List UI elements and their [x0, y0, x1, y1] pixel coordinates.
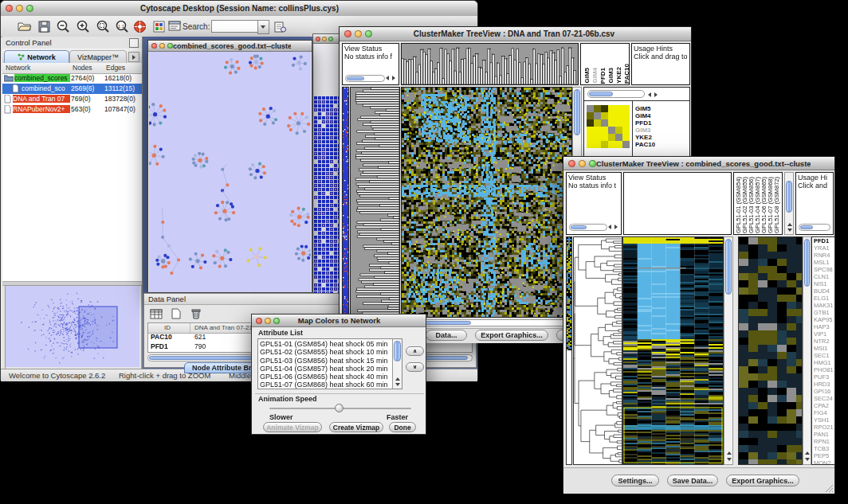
window-controls[interactable] — [1, 5, 33, 12]
zoom-window-icon[interactable] — [328, 37, 333, 41]
tv2-column-label-panel[interactable]: GPL51-01 (GSM854)GPL51-02 (GSM855)GPL51-… — [733, 172, 783, 235]
zoom-selected-icon[interactable] — [93, 18, 112, 35]
minimize-icon[interactable] — [579, 160, 586, 167]
zoom-in-icon[interactable] — [73, 18, 92, 35]
minimize-icon[interactable] — [322, 37, 327, 41]
zoom-window-icon[interactable] — [365, 30, 372, 37]
animate-vizmap-button[interactable]: Animate Vizmap — [263, 422, 322, 432]
tv1-similarity-matrix[interactable] — [587, 105, 630, 148]
network-row[interactable]: DNA and Tran 07 769(0) 183728(0) — [2, 94, 142, 104]
minimize-icon[interactable] — [16, 5, 23, 12]
control-panel-tabs: Network VizMapper™ — [2, 49, 142, 64]
tv2-gene-list[interactable]: PFD1YRA1RNR4MSL1SPC98CLN1NIS1BUD4ELG1MAK… — [811, 236, 835, 465]
minimize-icon[interactable] — [159, 43, 165, 49]
help-lifering-icon[interactable] — [130, 18, 149, 35]
tv2-zoom-heatmap[interactable] — [738, 236, 803, 465]
import-table-icon[interactable] — [272, 18, 288, 35]
slider-thumb[interactable] — [335, 404, 344, 412]
search-dropdown-button[interactable] — [257, 20, 269, 34]
annotation-icon[interactable] — [167, 18, 183, 35]
tv2-global-strip[interactable] — [566, 236, 572, 465]
tab-overflow-button[interactable] — [128, 52, 139, 62]
minimize-icon[interactable] — [265, 318, 271, 324]
move-up-button[interactable]: ∧ — [406, 346, 424, 356]
network-window-titlebar[interactable]: combined_scores_good.txt--cluste... — [148, 41, 312, 52]
attribute-item[interactable]: GPL51-06 (GSM865) heat shock 40 min — [258, 373, 392, 381]
network-row[interactable]: combined_scores 2764(0) 16218(0) — [2, 73, 142, 84]
tv1-heatmap[interactable] — [401, 87, 572, 318]
open-session-icon[interactable] — [15, 18, 34, 35]
map-colors-dialog: Map Colors to Network Attribute List GPL… — [251, 314, 426, 435]
close-icon[interactable] — [256, 318, 262, 324]
create-vizmap-button[interactable]: Create Vizmap — [329, 422, 383, 432]
gene-label: YSH1 — [814, 416, 834, 424]
gene-label: ELG1 — [814, 295, 834, 302]
tv2-heatmap-vscrollbar[interactable] — [724, 236, 733, 465]
zoom-fit-icon[interactable]: 1:1 — [112, 18, 132, 35]
tv1-row-dendrogram[interactable] — [350, 87, 400, 318]
tv1-global-strip[interactable] — [342, 87, 349, 318]
tab-network[interactable]: Network — [4, 50, 69, 64]
attribute-item[interactable]: GPL51-03 (GSM856) heat shock 15 min — [258, 357, 392, 365]
gene-label: MSL1 — [814, 259, 834, 266]
col-network[interactable]: Network — [6, 64, 30, 72]
attribute-item[interactable]: GPL51-02 (GSM855) heat shock 10 min — [258, 348, 392, 356]
zoom-window-icon[interactable] — [26, 5, 33, 12]
minimize-icon[interactable] — [355, 30, 362, 37]
tv2-heatmap[interactable] — [622, 236, 724, 465]
col-edges[interactable]: Edges — [106, 64, 125, 72]
new-attribute-icon[interactable] — [168, 307, 184, 321]
network-row[interactable]: RNAPuberNov2+ 563(0) 107847(0) — [2, 104, 142, 115]
treeview1-titlebar[interactable]: ClusterMaker TreeView : DNA and Tran 07-… — [340, 27, 691, 41]
col-nodes[interactable]: Nodes — [73, 64, 92, 72]
attribute-item[interactable]: GPL51-07 (GSM868) heat shock 60 min — [258, 381, 392, 389]
tv1-column-dendrogram[interactable] — [401, 43, 579, 85]
save-data-button[interactable]: Data... — [426, 330, 467, 341]
attribute-item[interactable]: GPL51-04 (GSM857) heat shock 20 min — [258, 365, 392, 373]
main-titlebar[interactable]: Cytoscape Desktop (Session Name: collins… — [1, 1, 477, 17]
network-overview[interactable] — [5, 285, 142, 369]
treeview2-titlebar[interactable]: ClusterMaker TreeView : combined_scores_… — [563, 157, 834, 170]
tv2-column-dendrogram[interactable] — [623, 172, 732, 235]
network-row-selected[interactable]: combined_sco 2569(6) 13112(15) — [2, 84, 142, 94]
close-icon[interactable] — [6, 5, 13, 12]
tv1-hscrollbar[interactable] — [401, 319, 572, 326]
attribute-item[interactable]: GPL51-01 (GSM854) heat shock 05 min — [258, 340, 392, 348]
float-panel-icon[interactable] — [129, 38, 139, 48]
zoom-window-icon[interactable] — [167, 43, 173, 49]
animation-speed-slider[interactable] — [269, 404, 411, 413]
dialog-titlebar[interactable]: Map Colors to Network — [252, 315, 426, 327]
tv2-zoom-vscrollbar[interactable] — [803, 236, 811, 465]
save-session-icon[interactable] — [34, 18, 53, 35]
tv2-usage-scrollbar[interactable] — [799, 224, 830, 231]
zoom-window-icon[interactable] — [273, 318, 280, 324]
tv1-status-scrollbar[interactable] — [345, 75, 385, 82]
resize-grip[interactable] — [824, 483, 834, 493]
vizmapper-icon[interactable] — [151, 18, 167, 35]
attribute-listbox[interactable]: GPL51-01 (GSM854) heat shock 05 minGPL51… — [257, 338, 402, 389]
tv1-right-scrollbar[interactable] — [587, 90, 645, 98]
tv2-row-dendrogram[interactable] — [573, 236, 622, 465]
export-graphics-button[interactable]: Export Graphics... — [475, 330, 548, 341]
save-data-button[interactable]: Save Data... — [667, 475, 718, 486]
done-button[interactable]: Done — [389, 422, 416, 432]
tv2-collabel-scrollbar[interactable] — [784, 172, 794, 235]
move-down-button[interactable]: ∨ — [406, 362, 424, 372]
close-icon[interactable] — [151, 43, 157, 49]
zoom-window-icon[interactable] — [589, 160, 596, 167]
tv1-column-label-panel[interactable]: GIM5GIM4PFD1GIM3YKE2PAC10 — [580, 43, 630, 85]
delete-attribute-icon[interactable] — [188, 307, 204, 321]
tv2-status-scrollbar[interactable] — [569, 224, 607, 231]
network-view-canvas[interactable] — [149, 52, 311, 292]
zoom-out-icon[interactable] — [53, 18, 73, 35]
search-input[interactable] — [211, 20, 259, 33]
close-icon[interactable] — [316, 37, 320, 41]
listbox-scrollbar[interactable] — [392, 339, 402, 389]
close-icon[interactable] — [344, 30, 351, 37]
tab-vizmapper[interactable]: VizMapper™ — [69, 50, 127, 64]
export-graphics-button[interactable]: Export Graphics... — [726, 475, 799, 486]
table-mode-icon[interactable] — [148, 307, 164, 321]
close-icon[interactable] — [568, 160, 575, 167]
settings-button[interactable]: Settings... — [611, 475, 659, 486]
col-id[interactable]: ID — [164, 324, 171, 331]
